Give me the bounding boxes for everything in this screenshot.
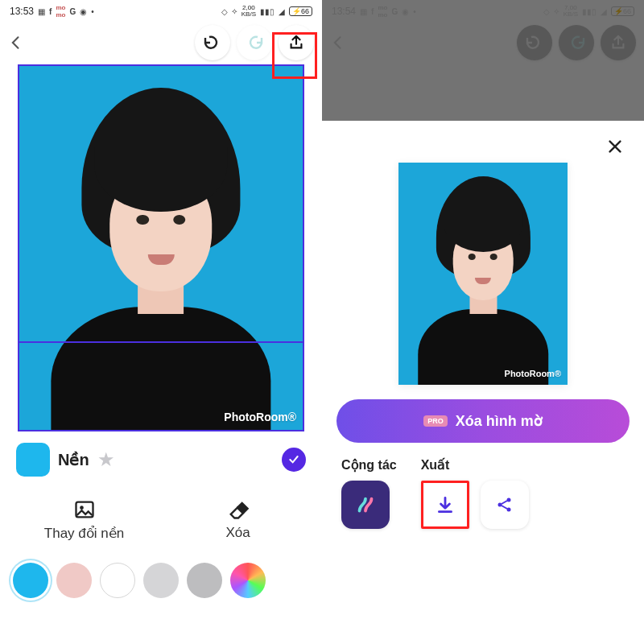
action-row: Thay đổi nền Xóa xyxy=(0,485,322,558)
undo-button[interactable] xyxy=(517,25,552,60)
redo-button[interactable] xyxy=(559,25,594,60)
color-cyan[interactable] xyxy=(13,563,48,598)
vibrate-icon: ◇ xyxy=(221,7,228,16)
net-speed: 2,00KB/S xyxy=(242,5,256,18)
app-icon-1: ▦ xyxy=(38,7,45,16)
status-bar: 13:53 ▦ f momo G ◉ • ◇ ⟡ 2,00KB/S ▮▮▯ ◢ … xyxy=(0,0,322,23)
collab-app-button[interactable] xyxy=(341,481,390,529)
collab-column: Cộng tác xyxy=(341,457,397,529)
change-bg-label: Thay đổi nền xyxy=(11,525,157,542)
collab-title: Cộng tác xyxy=(341,457,397,473)
image-icon xyxy=(11,496,157,523)
battery-icon: ⚡66 xyxy=(289,6,312,16)
id-photo[interactable]: PhotoRoom® xyxy=(18,64,304,431)
close-button[interactable] xyxy=(601,132,630,161)
bg-swatch[interactable] xyxy=(16,443,50,477)
signal-icon: ▮▮▯ xyxy=(260,7,275,16)
facebook-icon: f xyxy=(371,7,374,16)
toolbar xyxy=(322,23,644,63)
more-icon: • xyxy=(413,7,416,16)
change-background-button[interactable]: Thay đổi nền xyxy=(11,488,157,550)
erase-button[interactable]: Xóa xyxy=(165,488,311,550)
color-lightgray[interactable] xyxy=(143,563,179,598)
app-icon-1: ▦ xyxy=(360,7,367,16)
pro-badge: PRO xyxy=(423,415,448,427)
screenshot-step-2: 13:54 ▦ f momo G ◉ • ◇ ⟡ 7,00KB/S ▮▮▯ ◢ … xyxy=(322,0,644,644)
google-icon: G xyxy=(69,7,76,16)
watermark: PhotoRoom® xyxy=(505,369,561,378)
canvas[interactable]: PhotoRoom® xyxy=(18,64,304,431)
remove-watermark-button[interactable]: PRO Xóa hình mờ xyxy=(336,399,630,443)
watermark: PhotoRoom® xyxy=(224,411,296,423)
signal-icon-2: ◢ xyxy=(279,7,285,16)
crop-guide[interactable] xyxy=(19,341,303,343)
signal-icon: ▮▮▯ xyxy=(582,7,597,16)
color-pink[interactable] xyxy=(56,563,92,598)
layer-section: Nền ★ xyxy=(0,431,322,485)
cta-label: Xóa hình mờ xyxy=(456,412,543,430)
momo-icon: momo xyxy=(56,4,65,19)
bluetooth-icon: ⟡ xyxy=(232,6,237,16)
preview-photo: PhotoRoom® xyxy=(398,163,568,385)
export-button[interactable] xyxy=(279,25,314,60)
clock: 13:54 xyxy=(332,6,356,17)
section-title: Nền xyxy=(58,450,89,469)
erase-label: Xóa xyxy=(165,525,311,541)
export-column: Xuất xyxy=(421,457,529,529)
color-white[interactable] xyxy=(100,563,135,598)
google-icon: G xyxy=(391,7,398,16)
share-button[interactable] xyxy=(481,481,529,529)
chat-icon: ◉ xyxy=(80,7,87,16)
svg-point-1 xyxy=(80,506,84,510)
confirm-button[interactable] xyxy=(282,448,306,472)
undo-button[interactable] xyxy=(195,25,230,60)
clock: 13:53 xyxy=(10,6,34,17)
facebook-icon: f xyxy=(49,7,52,16)
screenshot-step-1: 13:53 ▦ f momo G ◉ • ◇ ⟡ 2,00KB/S ▮▮▯ ◢ … xyxy=(0,0,322,644)
signal-icon-2: ◢ xyxy=(601,7,607,16)
net-speed: 7,00KB/S xyxy=(564,5,578,18)
bluetooth-icon: ⟡ xyxy=(554,6,559,16)
vibrate-icon: ◇ xyxy=(543,7,550,16)
redo-button[interactable] xyxy=(237,25,272,60)
color-palette xyxy=(0,558,322,603)
status-bar: 13:54 ▦ f momo G ◉ • ◇ ⟡ 7,00KB/S ▮▮▯ ◢ … xyxy=(322,0,644,23)
momo-icon: momo xyxy=(378,4,387,19)
more-icon: • xyxy=(91,7,94,16)
eraser-icon xyxy=(165,496,311,523)
back-button[interactable] xyxy=(330,35,357,51)
toolbar xyxy=(0,23,322,63)
export-title: Xuất xyxy=(421,457,529,473)
chat-icon: ◉ xyxy=(402,7,409,16)
download-button[interactable] xyxy=(421,481,469,529)
color-picker[interactable] xyxy=(230,563,266,598)
export-sheet: PhotoRoom® PRO Xóa hình mờ Cộng tác Xuất xyxy=(322,121,644,644)
battery-icon: ⚡66 xyxy=(611,6,634,16)
color-gray[interactable] xyxy=(187,563,222,598)
export-button[interactable] xyxy=(601,25,636,60)
back-button[interactable] xyxy=(8,35,35,51)
favorite-icon[interactable]: ★ xyxy=(97,448,115,471)
